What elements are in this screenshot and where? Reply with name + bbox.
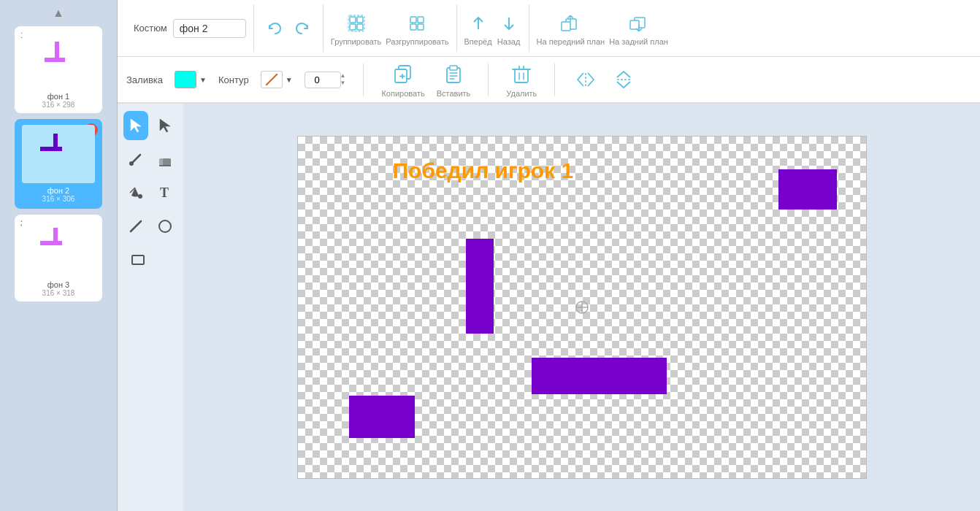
svg-rect-1 xyxy=(357,17,363,23)
order-group: Вперёд Назад xyxy=(457,4,529,52)
svg-rect-39 xyxy=(163,158,171,166)
crosshair-icon xyxy=(575,300,589,315)
to-front-button[interactable] xyxy=(558,11,583,36)
rect-tool-button[interactable] xyxy=(123,245,153,274)
stroke-label: Контур xyxy=(218,74,249,85)
tool-row-3: T xyxy=(123,178,177,207)
eraser-tool-button[interactable] xyxy=(153,145,177,174)
stroke-width-input[interactable] xyxy=(305,72,341,88)
costume-thumb-1[interactable]: 1 фон 1 316 × 298 xyxy=(15,26,102,113)
copy-label: Копировать xyxy=(381,89,424,98)
subselect-tool-button[interactable] xyxy=(153,111,177,140)
group-ungroup-group: Группировать Разгруппировать xyxy=(324,4,457,52)
undo-redo-group xyxy=(254,4,324,52)
undo-button[interactable] xyxy=(261,16,286,41)
stroke-width-spinner[interactable]: ▲ ▼ xyxy=(340,72,346,87)
costume-canvas-1 xyxy=(22,31,95,89)
drawing-area-wrapper: T xyxy=(118,104,980,511)
svg-rect-4 xyxy=(348,15,364,31)
shape-small[interactable] xyxy=(349,396,415,438)
tofront-toback-group: На передний план На задний план xyxy=(529,4,675,52)
svg-marker-35 xyxy=(160,119,170,132)
delete-button[interactable]: Удалить xyxy=(506,61,537,98)
svg-point-37 xyxy=(129,161,134,166)
left-panel: ▲ 1 фон 1 316 × 298 2 ✕ фон 2 316 × 306 xyxy=(0,0,117,511)
group-label: Группировать xyxy=(331,37,382,46)
main-area: Костюм xyxy=(117,0,980,511)
svg-line-44 xyxy=(131,221,141,231)
flip-h-button[interactable] xyxy=(573,66,599,93)
backward-label: Назад xyxy=(497,37,521,46)
costume-canvas-3 xyxy=(22,219,95,277)
tool-row-4 xyxy=(123,212,177,241)
copy-button[interactable]: Копировать xyxy=(381,61,424,98)
to-back-label: На задний план xyxy=(609,37,668,46)
to-back-button[interactable] xyxy=(627,11,651,36)
costume-label-3: фон 3 316 × 318 xyxy=(42,280,75,297)
svg-text:T: T xyxy=(160,185,169,200)
tools-panel: T xyxy=(118,104,183,511)
costume-name-input[interactable] xyxy=(173,19,246,38)
svg-rect-2 xyxy=(350,24,356,30)
line-tool-button[interactable] xyxy=(123,212,148,241)
copy-icon xyxy=(390,61,416,88)
to-front-label: На передний план xyxy=(537,37,605,46)
text-tool-button[interactable]: T xyxy=(153,178,177,207)
tool-row-1 xyxy=(123,111,177,140)
svg-rect-46 xyxy=(132,256,144,264)
group-button[interactable] xyxy=(344,11,369,36)
redo-button[interactable] xyxy=(291,16,315,41)
scroll-up-arrow[interactable]: ▲ xyxy=(47,6,69,20)
delete-label: Удалить xyxy=(506,89,537,98)
svg-rect-7 xyxy=(410,24,416,30)
fill-color-swatch[interactable] xyxy=(175,71,196,88)
flip-h-icon xyxy=(573,66,599,93)
svg-rect-5 xyxy=(410,17,416,23)
svg-point-42 xyxy=(138,194,142,199)
costume-label: Костюм xyxy=(134,23,167,34)
costume-name-group: Костюм xyxy=(126,4,254,52)
select-tool-button[interactable] xyxy=(123,111,148,140)
backward-button[interactable] xyxy=(497,11,521,36)
ungroup-button[interactable] xyxy=(405,11,429,36)
svg-rect-6 xyxy=(418,17,424,23)
svg-marker-34 xyxy=(131,119,141,132)
shape-tall[interactable] xyxy=(466,239,494,334)
svg-rect-12 xyxy=(562,22,570,31)
forward-button[interactable] xyxy=(466,11,491,36)
flip-v-button[interactable] xyxy=(610,66,637,93)
costume-thumb-2[interactable]: 2 ✕ фон 2 316 × 306 xyxy=(15,119,102,209)
shape-top-right[interactable] xyxy=(778,169,837,210)
flip-v-icon xyxy=(610,66,637,93)
paste-button[interactable]: Вставить xyxy=(437,61,471,98)
paste-icon xyxy=(440,61,467,88)
svg-rect-3 xyxy=(357,24,363,30)
costume-thumb-3[interactable]: 3 фон 3 316 × 318 xyxy=(15,215,102,301)
canvas-area: Победил игрок 1 xyxy=(183,104,980,511)
ungroup-label: Разгруппировать xyxy=(386,37,448,46)
stroke-color-swatch[interactable] xyxy=(261,71,283,88)
delete-icon xyxy=(508,61,535,88)
stroke-dropdown-arrow[interactable]: ▼ xyxy=(286,76,293,84)
forward-label: Вперёд xyxy=(464,37,492,46)
svg-rect-8 xyxy=(418,24,424,30)
toolbar-row2: Заливка ▼ Контур ▼ ▲ ▼ xyxy=(118,57,980,104)
tool-row-2 xyxy=(123,145,177,174)
canvas-container[interactable]: Победил игрок 1 xyxy=(297,136,867,479)
svg-rect-0 xyxy=(350,17,356,23)
shape-wide[interactable] xyxy=(532,358,667,394)
fill-dropdown-arrow[interactable]: ▼ xyxy=(199,76,207,84)
fill-tool-button[interactable] xyxy=(123,178,148,207)
svg-rect-22 xyxy=(450,66,457,70)
fill-label: Заливка xyxy=(126,74,163,85)
svg-rect-26 xyxy=(515,69,528,82)
winner-text: Победил игрок 1 xyxy=(393,158,574,183)
paste-label: Вставить xyxy=(437,89,471,98)
tool-row-5 xyxy=(123,245,177,274)
costume-label-2: фон 2 316 × 306 xyxy=(42,186,75,203)
ellipse-tool-button[interactable] xyxy=(153,212,177,241)
svg-rect-15 xyxy=(630,20,639,29)
toolbar-row1: Костюм xyxy=(118,0,980,57)
brush-tool-button[interactable] xyxy=(123,145,148,174)
costume-label-1: фон 1 316 × 298 xyxy=(42,92,75,109)
